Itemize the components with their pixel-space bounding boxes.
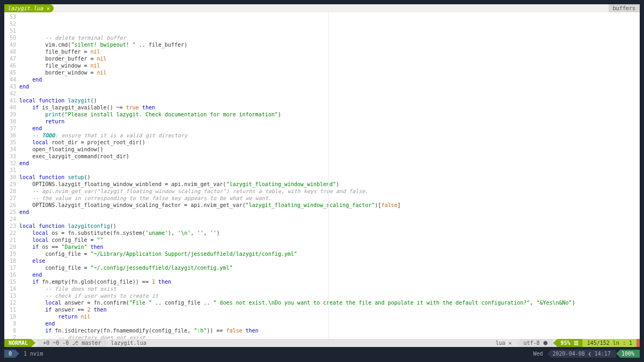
editor-window: lazygit.lua ✕ buffers 535251504948474645… [4, 4, 640, 347]
percent-segment: 95% ☰ [553, 339, 583, 347]
git-branch-segment: +0 ~0 -0 ⎇ master [35, 339, 108, 347]
encoding-segment: utf-8 ⬢ [516, 339, 553, 347]
statusline-edge [636, 339, 640, 347]
tmux-session[interactable]: 0 [4, 350, 19, 358]
statusline: NORMAL +0 ~0 -0 ⎇ master lazygit.lua lua… [4, 339, 640, 347]
tmux-statusline: 0 1 nvim Wed 2020-04-08 ❮ 14:17 100% [4, 350, 640, 358]
code-pane[interactable]: -- delete terminal buffer vim.cmd("silen… [19, 12, 640, 339]
line-number-gutter: 5352515049484746454443424140393837363534… [4, 12, 19, 339]
filetype-segment: lua ✕ [491, 339, 516, 347]
tmux-battery: 100% [616, 350, 640, 358]
tab-buffers[interactable]: buffers [609, 4, 640, 12]
tabline: lazygit.lua ✕ buffers [4, 4, 640, 12]
position-segment: 145/152 ln : 1 [583, 339, 636, 347]
tmux-datetime: 2020-04-08 ❮ 14:17 [547, 350, 616, 358]
tab-active[interactable]: lazygit.lua ✕ [4, 4, 54, 12]
mode-indicator: NORMAL [4, 339, 35, 347]
tmux-weekday: Wed [529, 350, 547, 358]
filename-segment: lazygit.lua [108, 339, 150, 347]
tmux-window[interactable]: 1 nvim [19, 350, 47, 358]
color-column [328, 12, 329, 339]
